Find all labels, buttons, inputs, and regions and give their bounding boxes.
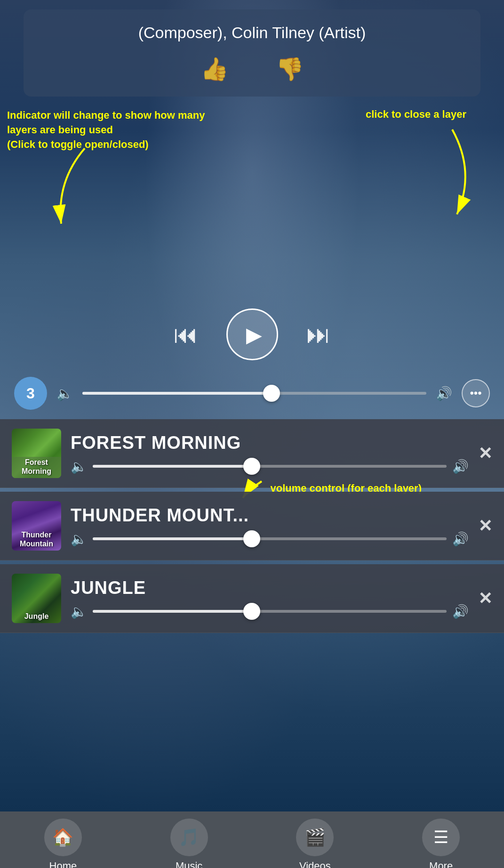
tm-slider-thumb[interactable] (243, 530, 260, 547)
more-icon: ☰ (422, 819, 460, 856)
next-button[interactable]: ⏭ (306, 320, 331, 349)
fm-slider-thumb[interactable] (243, 458, 260, 475)
thunder-mountain-info: THUNDER MOUNT... 🔈 🔊 (71, 505, 469, 547)
fm-volume-high-icon: 🔊 (452, 459, 469, 474)
jungle-thumbnail: Jungle (12, 574, 61, 623)
artist-text: (Composer), Colin Tilney (Artist) (138, 24, 366, 42)
nav-videos[interactable]: 🎬 Videos (252, 819, 378, 868)
fm-slider-fill (93, 465, 252, 468)
prev-button[interactable]: ⏮ (174, 320, 198, 349)
nav-music[interactable]: 🎵 Music (126, 819, 252, 868)
videos-icon: 🎬 (296, 819, 334, 856)
thunder-mountain-thumb-label: ThunderMountain (12, 530, 61, 548)
slider-thumb[interactable] (263, 385, 280, 402)
thunder-mountain-title: THUNDER MOUNT... (71, 505, 469, 526)
volume-high-icon: 🔊 (436, 386, 452, 401)
thunder-mountain-volume-slider[interactable] (93, 537, 447, 540)
playback-controls: ⏮ ▶ ⏭ (0, 308, 504, 360)
j-volume-high-icon: 🔊 (452, 604, 469, 619)
tm-volume-low-icon: 🔈 (71, 531, 87, 547)
jungle-thumb-label: Jungle (12, 612, 61, 621)
slider-fill (82, 392, 272, 395)
volume-low-icon: 🔈 (56, 386, 73, 401)
thumbs-down-icon: 👎 (276, 57, 304, 81)
main-volume-row: 3 🔈 🔊 ••• (0, 377, 504, 410)
nav-home-label: Home (49, 860, 77, 868)
like-button[interactable]: 👍 (200, 56, 229, 82)
forest-morning-volume-row: 🔈 🔊 (71, 459, 469, 474)
thunder-mountain-volume-row: 🔈 🔊 (71, 531, 469, 547)
forest-morning-thumb-label: ForestMorning (12, 458, 61, 476)
layers-list: ForestMorning FOREST MORNING 🔈 🔊 (0, 419, 504, 633)
forest-morning-title: FOREST MORNING (71, 433, 469, 453)
close-jungle-button[interactable]: ✕ (478, 589, 492, 608)
close-forest-morning-button[interactable]: ✕ (478, 444, 492, 463)
ellipsis-icon: ••• (470, 387, 481, 400)
jungle-title: JUNGLE (71, 578, 469, 598)
layer-forest-morning: ForestMorning FOREST MORNING 🔈 🔊 (0, 419, 504, 488)
nav-videos-label: Videos (299, 860, 331, 868)
nav-more-label: More (429, 860, 453, 868)
j-volume-low-icon: 🔈 (71, 604, 87, 619)
jungle-info: JUNGLE 🔈 🔊 (71, 578, 469, 619)
now-playing-card: (Composer), Colin Tilney (Artist) 👍 👎 (24, 9, 480, 97)
j-slider-thumb[interactable] (243, 603, 260, 620)
layer-thunder-mountain: ThunderMountain THUNDER MOUNT... 🔈 🔊 ✕ (0, 492, 504, 560)
forest-morning-thumb-art: ForestMorning (12, 429, 61, 478)
close-thunder-mountain-button[interactable]: ✕ (478, 516, 492, 536)
layer-jungle: Jungle JUNGLE 🔈 🔊 ✕ (0, 564, 504, 633)
nav-music-label: Music (176, 860, 202, 868)
nav-home[interactable]: 🏠 Home (0, 819, 126, 868)
jungle-volume-row: 🔈 🔊 (71, 604, 469, 619)
play-button[interactable]: ▶ (226, 308, 278, 360)
tm-volume-high-icon: 🔊 (452, 531, 469, 547)
more-options-button[interactable]: ••• (462, 379, 490, 407)
main-volume-slider[interactable] (82, 392, 426, 395)
play-icon: ▶ (246, 323, 262, 347)
close-layer-annotation: click to close a layer (366, 108, 466, 121)
thumbs-up-icon: 👍 (200, 57, 229, 81)
jungle-volume-slider[interactable] (93, 610, 447, 613)
skip-back-icon: ⏮ (174, 321, 198, 348)
layer-count-badge[interactable]: 3 (14, 377, 47, 410)
forest-morning-volume-slider[interactable] (93, 465, 447, 468)
fm-volume-low-icon: 🔈 (71, 459, 87, 474)
thunder-mountain-thumbnail: ThunderMountain (12, 501, 61, 551)
jungle-thumb-art: Jungle (12, 574, 61, 623)
forest-morning-thumbnail: ForestMorning (12, 429, 61, 478)
thunder-mountain-thumb-art: ThunderMountain (12, 501, 61, 551)
bottom-navigation: 🏠 Home 🎵 Music 🎬 Videos ☰ More (0, 811, 504, 868)
tm-slider-fill (93, 537, 252, 540)
dislike-button[interactable]: 👎 (276, 56, 304, 82)
indicator-annotation: Indicator will change to show how many l… (7, 108, 233, 152)
left-arrow (47, 144, 104, 238)
j-slider-fill (93, 610, 252, 613)
forest-morning-info: FOREST MORNING 🔈 🔊 (71, 433, 469, 474)
home-icon: 🏠 (44, 819, 82, 856)
skip-forward-icon: ⏭ (306, 321, 331, 348)
music-icon: 🎵 (170, 819, 208, 856)
right-arrow (419, 125, 490, 228)
nav-more[interactable]: ☰ More (378, 819, 504, 868)
annotation-area: Indicator will change to show how many l… (0, 101, 504, 224)
